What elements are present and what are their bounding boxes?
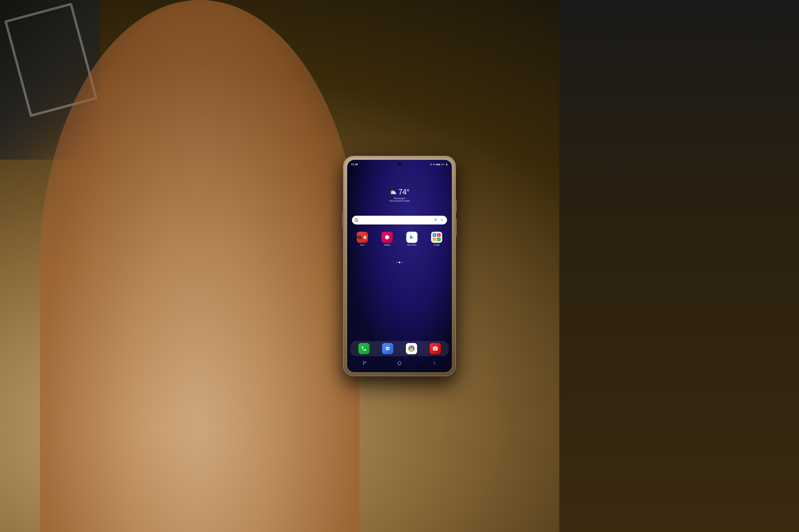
store-label: Store	[360, 244, 365, 246]
bg-right-overlay	[559, 0, 799, 532]
google-icon: G M 📅 ▶	[431, 232, 442, 243]
dock-phone[interactable]	[353, 343, 375, 354]
svg-point-27	[388, 348, 389, 349]
clock: 11:48	[351, 163, 358, 166]
svg-point-13	[386, 236, 388, 238]
navigation-bar	[347, 359, 452, 368]
svg-point-26	[387, 348, 388, 349]
weather-location: Washington	[389, 197, 410, 200]
phone-screen: 11:48 🔇 5G ▮▮▮▮ 96% 🔋 ⛅ 74° Washington R…	[347, 160, 452, 372]
app-gallery[interactable]: Gallery	[376, 232, 398, 246]
recents-button[interactable]	[361, 360, 368, 368]
svg-text:G: G	[434, 234, 435, 236]
messages-icon	[382, 343, 393, 354]
chrome-icon	[406, 343, 417, 354]
weather-description: Rain possible tonight	[389, 200, 410, 202]
weather-icon: ⛅	[390, 189, 397, 195]
signal-bars: ▮▮▮▮	[436, 164, 440, 166]
app-playstore[interactable]: Play Store	[401, 232, 423, 246]
back-button[interactable]	[431, 360, 438, 368]
google-search-bar[interactable]	[352, 216, 447, 225]
weather-widget[interactable]: ⛅ 74° Washington Rain possible tonight	[389, 188, 410, 202]
hand	[40, 0, 360, 532]
gallery-label: Gallery	[384, 244, 390, 246]
page-dot-2-active	[399, 262, 400, 263]
status-bar: 11:48 🔇 5G ▮▮▮▮ 96% 🔋	[347, 162, 452, 167]
status-icons: 🔇 5G ▮▮▮▮ 96% 🔋	[430, 164, 448, 166]
app-grid: Store	[347, 232, 452, 246]
battery-icon: 🔋	[446, 164, 448, 166]
svg-text:📅: 📅	[434, 239, 435, 241]
gallery-icon	[382, 232, 393, 243]
phone: 11:48 🔇 5G ▮▮▮▮ 96% 🔋 ⛅ 74° Washington R…	[344, 156, 455, 376]
voice-search-icon[interactable]	[434, 218, 437, 222]
weather-temperature: 74°	[398, 188, 409, 196]
mute-icon: 🔇	[430, 164, 432, 166]
google-g-icon	[355, 218, 358, 222]
camera-icon	[430, 343, 441, 354]
page-indicator	[396, 262, 403, 263]
phone-icon	[358, 343, 369, 354]
home-button[interactable]	[396, 359, 403, 368]
page-dot-1	[396, 262, 398, 263]
battery-percent: 96%	[441, 164, 444, 166]
svg-point-0	[441, 219, 443, 221]
svg-text:M: M	[438, 234, 440, 236]
page-dot-3	[401, 262, 403, 263]
svg-point-3	[364, 239, 365, 239]
bixby-button[interactable]	[342, 212, 344, 228]
svg-rect-32	[363, 362, 364, 363]
svg-rect-35	[398, 361, 401, 365]
volume-button[interactable]	[455, 218, 457, 236]
svg-text:▶: ▶	[438, 239, 440, 241]
lens-search-icon[interactable]	[439, 217, 444, 223]
app-store[interactable]: Store	[351, 232, 374, 246]
google-label: Google	[434, 244, 440, 246]
svg-point-4	[365, 239, 366, 239]
svg-rect-34	[365, 362, 366, 363]
playstore-icon	[406, 232, 417, 243]
dock-camera[interactable]	[424, 343, 446, 354]
svg-point-31	[411, 348, 412, 349]
playstore-label: Play Store	[407, 244, 417, 246]
dock	[350, 341, 449, 356]
dock-messages[interactable]	[377, 343, 399, 354]
app-google[interactable]: G M 📅 ▶ Google	[425, 232, 448, 246]
store-icon	[357, 232, 368, 243]
power-button[interactable]	[455, 200, 457, 212]
dock-chrome[interactable]	[400, 343, 422, 354]
svg-point-25	[386, 348, 387, 349]
svg-rect-33	[363, 364, 364, 364]
phone-body: 11:48 🔇 5G ▮▮▮▮ 96% 🔋 ⛅ 74° Washington R…	[344, 156, 455, 376]
signal-5g: 5G	[433, 164, 435, 166]
